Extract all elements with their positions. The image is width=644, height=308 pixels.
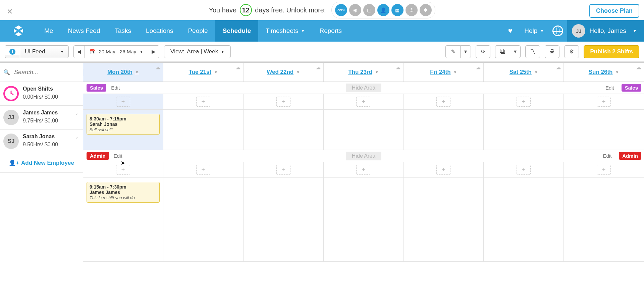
close-icon[interactable]: ✕ (7, 7, 13, 16)
refresh-button[interactable]: ⟳ (476, 45, 490, 58)
grid-cell[interactable] (564, 110, 644, 150)
hide-area-button[interactable]: Hide Area (346, 84, 381, 92)
feature-lock-icon[interactable]: ✱ (420, 4, 432, 16)
grid-cell[interactable] (163, 110, 244, 150)
grid-cell[interactable] (324, 178, 404, 262)
grid-cell[interactable] (484, 178, 564, 262)
day-header-sun[interactable]: ☁Sun 26th▼ (564, 63, 644, 82)
hide-area-button[interactable]: Hide Area (346, 152, 381, 160)
nav-schedule[interactable]: Schedule (215, 20, 258, 42)
area-edit-link-right[interactable]: Edit (603, 153, 611, 159)
chevron-down-icon[interactable]: ⌄ (75, 134, 79, 140)
grid-cell[interactable] (244, 110, 324, 150)
employee-name: James James (23, 110, 58, 116)
add-shift-button[interactable]: + (196, 165, 210, 175)
feature-calendar-icon[interactable]: ▦ (391, 4, 404, 16)
chevron-down-icon[interactable]: ⌄ (75, 110, 79, 116)
nav-reports[interactable]: Reports (312, 20, 349, 42)
heart-icon[interactable] (501, 20, 520, 42)
view-select[interactable]: View: Area | Week ▼ (164, 45, 231, 58)
avatar: JJ (572, 24, 585, 38)
grid-cell[interactable] (404, 178, 484, 262)
svg-marker-1 (14, 29, 17, 33)
nav-me[interactable]: Me (37, 20, 60, 42)
publish-button[interactable]: Publish 2 Shifts (584, 45, 639, 58)
print-button[interactable]: 🖶 (545, 45, 559, 58)
nav-people[interactable]: People (180, 20, 215, 42)
nav-news-feed[interactable]: News Feed (60, 20, 107, 42)
add-shift-button[interactable]: + (116, 165, 130, 175)
add-shift-button[interactable]: + (517, 165, 531, 175)
user-menu[interactable]: JJ Hello, James ▼ (567, 20, 644, 42)
next-week-button[interactable]: ▶ (148, 46, 159, 58)
day-header-wed[interactable]: ☁Wed 22nd▼ (244, 63, 324, 82)
nav-tasks[interactable]: Tasks (108, 20, 139, 42)
grid-cell[interactable] (564, 178, 644, 262)
employee-row[interactable]: SJ Sarah Jonas 9.50Hrs/ $0.00 ⌄ (0, 130, 83, 153)
globe-icon[interactable] (548, 25, 567, 36)
day-header-mon[interactable]: ☁Mon 20th▼ (83, 63, 163, 82)
day-header-sat[interactable]: ☁Sat 25th▼ (484, 63, 564, 82)
add-shift-button[interactable]: + (196, 97, 210, 107)
search-input[interactable] (13, 69, 92, 76)
add-shift-button[interactable]: + (436, 165, 450, 175)
nav-locations[interactable]: Locations (139, 20, 180, 42)
nav-timesheets[interactable]: Timesheets▼ (258, 20, 312, 42)
grid-cell[interactable] (163, 178, 244, 262)
day-header-tue[interactable]: ☁Tue 21st▼ (163, 63, 244, 82)
add-shift-button[interactable]: + (517, 97, 531, 107)
prev-week-button[interactable]: ◀ (74, 46, 85, 58)
grid-cell[interactable]: 8:30am - 7:15pm Sarah Jonas Sell sell se… (83, 110, 163, 150)
copy-button[interactable]: ⿻ (495, 45, 510, 58)
day-header-fri[interactable]: ☁Fri 24th▼ (404, 63, 484, 82)
location-select[interactable]: i UI Feed▼ (5, 45, 69, 58)
add-shift-button[interactable]: + (597, 165, 611, 175)
magic-wand-dropdown[interactable]: ▾ (460, 45, 471, 58)
add-shift-button[interactable]: + (597, 97, 611, 107)
feature-person-icon[interactable]: 👤 (377, 4, 389, 16)
area-edit-link[interactable]: Edit (111, 85, 120, 91)
date-range-button[interactable]: 📅 20 May - 26 May ▼ (85, 46, 148, 58)
open-shifts-icon (3, 86, 19, 101)
settings-button[interactable]: ⚙ (564, 45, 579, 58)
chevron-down-icon: ▼ (140, 50, 143, 54)
feature-device-icon[interactable]: ▢ (363, 4, 375, 16)
feature-timer-icon[interactable]: ⏱ (406, 4, 418, 16)
weather-icon: ☁ (556, 65, 561, 70)
add-shift-button[interactable]: + (356, 97, 370, 107)
schedule-grid: ☁Mon 20th▼ ☁Tue 21st▼ ☁Wed 22nd▼ ☁Thu 23… (83, 63, 644, 262)
copy-dropdown[interactable]: ▾ (510, 45, 521, 58)
employee-row-open-shifts[interactable]: Open Shifts 0.00Hrs/ $0.00 (0, 82, 83, 106)
add-shift-button[interactable]: + (276, 97, 290, 107)
add-shift-button[interactable]: + (116, 97, 130, 107)
magic-wand-button[interactable]: ✎ (445, 45, 460, 58)
add-shift-button[interactable]: + (356, 165, 370, 175)
area-add-row-sales: + + + + + + + (83, 94, 644, 110)
trial-text: You have 12 days free. Unlock more: (209, 4, 326, 16)
day-header-thu[interactable]: ☁Thu 23rd▼ (324, 63, 404, 82)
area-edit-link[interactable]: Edit (114, 153, 122, 159)
feature-open-icon[interactable]: OPEN (335, 4, 347, 16)
grid-cell[interactable] (324, 110, 404, 150)
weather-icon: ☁ (476, 65, 481, 70)
grid-cell[interactable]: 9:15am - 7:30pm James James This is a sh… (83, 178, 163, 262)
nav-help[interactable]: Help▼ (520, 27, 548, 35)
shift-card[interactable]: 8:30am - 7:15pm Sarah Jonas Sell sell se… (87, 114, 160, 135)
shift-card[interactable]: 9:15am - 7:30pm James James This is a sh… (87, 182, 160, 203)
add-shift-button[interactable]: + (276, 165, 290, 175)
area-badge: Admin (87, 152, 109, 160)
logo[interactable] (0, 24, 37, 38)
area-badge: Sales (87, 84, 106, 92)
employee-row[interactable]: JJ James James 9.75Hrs/ $0.00 ⌄ (0, 106, 83, 130)
stats-button[interactable]: 〽 (525, 45, 540, 58)
choose-plan-button[interactable]: Choose Plan (589, 4, 639, 18)
grid-cell[interactable] (244, 178, 324, 262)
main-nav: Me News Feed Tasks Locations People Sche… (0, 20, 644, 42)
grid-cell[interactable] (484, 110, 564, 150)
add-shift-button[interactable]: + (436, 97, 450, 107)
grid-cell[interactable] (404, 110, 484, 150)
feature-camera-icon[interactable]: ◉ (349, 4, 361, 16)
add-employee-button[interactable]: 👤+Add New Employee (0, 153, 83, 173)
trial-banner: ✕ You have 12 days free. Unlock more: OP… (0, 0, 644, 20)
area-edit-link-right[interactable]: Edit (605, 85, 614, 91)
